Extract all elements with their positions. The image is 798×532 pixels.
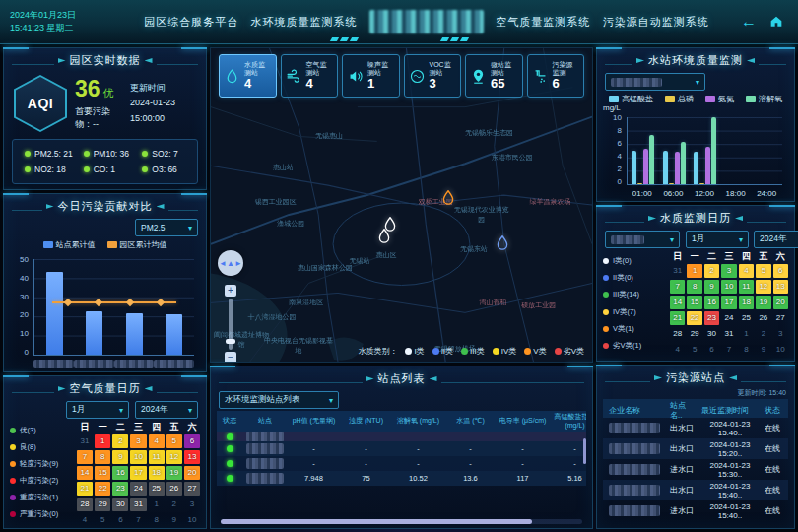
zoom-in-button[interactable]: + (225, 285, 236, 297)
nav-tab-park-platform[interactable]: 园区综合服务平台 (144, 15, 238, 30)
map-btn-outfall-pipe[interactable]: 污染源监测6 (527, 54, 585, 98)
map-btn-water-drop[interactable]: 水质监测站4 (219, 54, 277, 98)
calendar-day[interactable]: 2 (166, 498, 182, 511)
calendar-day[interactable]: 23 (112, 482, 128, 496)
calendar-day[interactable]: 23 (704, 311, 719, 325)
calendar-day[interactable]: 2 (704, 264, 719, 278)
calendar-day[interactable]: 2 (756, 327, 770, 341)
calendar-day[interactable]: 16 (112, 466, 128, 480)
zoom-slider[interactable] (229, 299, 233, 350)
calendar-day[interactable]: 18 (739, 296, 754, 309)
calendar-day[interactable]: 31 (670, 264, 685, 278)
calendar-day[interactable]: 21 (77, 482, 93, 496)
calendar-day[interactable]: 30 (112, 498, 128, 511)
calendar-day[interactable]: 14 (77, 466, 93, 480)
calendar-day[interactable]: 1 (149, 498, 165, 511)
vertical-scrollbar[interactable] (583, 438, 586, 464)
calendar-day[interactable]: 24 (721, 311, 736, 325)
nav-tab-pollution-system[interactable]: 污染源自动监测系统 (603, 15, 709, 30)
pollutant-select[interactable]: PM2.5▾ (135, 219, 198, 236)
calendar-day[interactable]: 3 (721, 264, 736, 278)
horizontal-scrollbar[interactable] (221, 519, 582, 524)
calendar-day[interactable]: 28 (670, 327, 685, 341)
calendar-day[interactable]: 13 (773, 280, 788, 294)
calendar-day[interactable]: 9 (756, 343, 770, 357)
calendar-day[interactable]: 17 (721, 296, 736, 309)
calendar-day[interactable]: 9 (112, 450, 128, 464)
water-station-marker[interactable] (442, 190, 454, 209)
table-row[interactable]: ------0.017360.156856-- (217, 441, 586, 456)
calendar-day[interactable]: 22 (95, 482, 110, 496)
calendar-day[interactable]: 18 (149, 466, 165, 480)
calendar-day[interactable]: 19 (166, 466, 182, 480)
air-month-select[interactable]: 1月▾ (66, 401, 129, 419)
calendar-day[interactable]: 22 (687, 311, 701, 325)
calendar-day[interactable]: 25 (739, 311, 754, 325)
map-btn-location-pin[interactable]: 微站监测站65 (465, 54, 523, 98)
calendar-day[interactable]: 26 (756, 311, 770, 325)
calendar-day[interactable]: 4 (670, 343, 685, 357)
calendar-day[interactable]: 6 (704, 343, 719, 357)
calendar-day[interactable]: 31 (721, 327, 736, 341)
map-btn-wind[interactable]: 空气监测站4 (281, 54, 339, 98)
calendar-day[interactable]: 6 (112, 513, 128, 527)
map-btn-noise[interactable]: 噪声监测站1 (342, 54, 400, 98)
table-row[interactable]: 7.9487510.5213.61175.160.005880.002685.5… (217, 471, 586, 486)
calendar-day[interactable]: 12 (166, 450, 182, 464)
water-year-select[interactable]: 2024年▾ (754, 231, 798, 248)
nav-tab-water-system[interactable]: 水环境质量监测系统 (251, 15, 358, 30)
calendar-day[interactable]: 20 (184, 466, 200, 480)
calendar-day[interactable]: 5 (95, 513, 110, 527)
water-station-select[interactable]: ▾ (605, 73, 705, 91)
map-pan-control[interactable]: ◄▲► (218, 250, 243, 276)
calendar-day[interactable]: 12 (756, 280, 770, 294)
calendar-day[interactable]: 20 (773, 296, 788, 309)
calendar-day[interactable]: 1 (687, 264, 701, 278)
calendar-day[interactable]: 3 (184, 498, 200, 511)
calendar-day[interactable]: 8 (687, 280, 701, 294)
calendar-day[interactable]: 9 (704, 280, 719, 294)
calendar-day[interactable]: 2 (112, 434, 128, 448)
calendar-day[interactable]: 14 (670, 296, 685, 309)
calendar-day[interactable]: 13 (184, 450, 200, 464)
calendar-day[interactable]: 15 (95, 466, 110, 480)
calendar-day[interactable]: 30 (704, 327, 719, 341)
calendar-day[interactable]: 11 (739, 280, 754, 294)
calendar-day[interactable]: 4 (149, 434, 165, 448)
calendar-day[interactable]: 10 (130, 450, 146, 464)
table-row[interactable]: ------0.087240.028493-- (217, 456, 586, 471)
table-row[interactable]: 进水口2024-01-23 15:30..在线 (603, 459, 788, 480)
calendar-day[interactable]: 4 (77, 513, 93, 527)
calendar-day[interactable]: 11 (149, 450, 165, 464)
calendar-day[interactable]: 6 (184, 434, 200, 448)
calendar-day[interactable]: 7 (670, 280, 685, 294)
calendar-day[interactable]: 27 (773, 311, 788, 325)
calendar-day[interactable]: 1 (739, 327, 754, 341)
calendar-day[interactable]: 7 (130, 513, 146, 527)
nav-tab-air-system[interactable]: 空气质量监测系统 (496, 15, 590, 30)
calendar-day[interactable]: 10 (184, 513, 200, 527)
calendar-day[interactable]: 1 (95, 434, 110, 448)
map-btn-voc[interactable]: VOC监测站3 (404, 54, 462, 98)
zoom-out-button[interactable]: − (225, 352, 236, 363)
calendar-day[interactable]: 16 (704, 296, 719, 309)
table-row[interactable]: 出水口2024-01-23 15:20..在线 (603, 438, 788, 459)
table-row[interactable]: 0.021880.001115 (217, 432, 586, 441)
calendar-day[interactable]: 31 (130, 498, 146, 511)
calendar-day[interactable]: 8 (95, 450, 110, 464)
calendar-day[interactable]: 10 (773, 343, 788, 357)
home-icon[interactable] (768, 14, 784, 30)
calendar-day[interactable]: 10 (721, 280, 736, 294)
calendar-day[interactable]: 5 (687, 343, 701, 357)
calendar-day[interactable]: 28 (77, 498, 93, 511)
table-row[interactable]: 进水口2024-01-23 15:40..在线 (603, 500, 788, 521)
calendar-day[interactable]: 6 (773, 264, 788, 278)
back-arrow-icon[interactable]: ← (741, 14, 757, 30)
calendar-day[interactable]: 31 (77, 434, 93, 448)
table-row[interactable]: 出水口2024-01-23 15:40..在线 (603, 418, 788, 438)
station-list-select[interactable]: 水环境监测站点列表▾ (219, 391, 339, 409)
calendar-day[interactable]: 21 (670, 311, 685, 325)
calendar-day[interactable]: 24 (130, 482, 146, 496)
calendar-day[interactable]: 7 (77, 450, 93, 464)
map-view[interactable]: 无锡惠山惠山站锡西工业园区渔城公园惠山国家森林公园无锡站惠山区南泉湿地区十八湾湿… (210, 47, 593, 363)
